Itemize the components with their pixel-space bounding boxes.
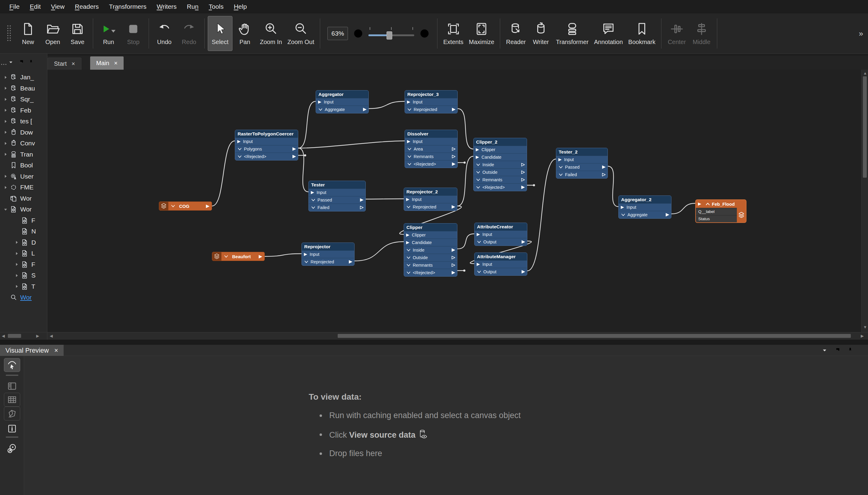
tree-collapsed-icon[interactable] — [15, 284, 19, 289]
output-port-rejected[interactable]: <Rejected> — [405, 160, 457, 168]
menu-writers[interactable]: Writers — [152, 0, 182, 13]
transformer-button[interactable]: Transformer — [553, 16, 591, 51]
sidebar-item-n[interactable]: N — [0, 226, 47, 237]
scroll-left-icon[interactable]: ◀ — [2, 334, 5, 338]
output-port-reprojected[interactable]: Reprojected — [405, 106, 457, 113]
close-icon[interactable]: × — [71, 60, 75, 67]
input-port-input[interactable]: Input — [302, 250, 354, 258]
annotation-button[interactable]: Annotation — [591, 16, 625, 51]
node-rastertopolygoncoercer[interactable]: RasterToPolygonCoercerInputPolygons<Reje… — [235, 130, 298, 160]
port-chevron-icon[interactable] — [407, 272, 410, 274]
input-port-input[interactable]: Input — [404, 195, 457, 203]
zoom-in-button[interactable]: Zoom In — [257, 16, 285, 51]
feature-reader-beaufort[interactable]: Beaufort — [212, 252, 265, 261]
run-button[interactable]: Run — [96, 16, 121, 51]
sidebar-item-tes[interactable]: tes [ — [0, 116, 47, 127]
close-icon[interactable] — [37, 59, 43, 65]
tree-collapsed-icon[interactable] — [3, 119, 8, 124]
node-tester[interactable]: TesterInputPassedFailed — [308, 181, 366, 211]
port-chevron-icon[interactable] — [407, 206, 410, 208]
input-port-candidate[interactable]: Candidate — [474, 153, 527, 161]
menu-run[interactable]: Run — [182, 0, 204, 13]
tab-main[interactable]: Main × — [90, 56, 124, 70]
close-icon[interactable] — [859, 347, 866, 354]
output-port-output[interactable]: Output — [475, 238, 527, 245]
output-port-inside[interactable]: Inside — [404, 246, 457, 254]
scroll-right-icon[interactable]: ▶ — [861, 334, 864, 338]
output-port-polygons[interactable]: Polygons — [235, 145, 298, 153]
zoom-out-button[interactable]: Zoom Out — [285, 16, 317, 51]
output-port-inside[interactable]: Inside — [474, 161, 527, 168]
port-chevron-icon[interactable] — [312, 199, 315, 202]
feature-info-button[interactable] — [4, 422, 20, 436]
menu-help[interactable]: Help — [229, 0, 252, 13]
sidebar-item-wor[interactable]: Wor — [0, 292, 47, 303]
output-port-outside[interactable]: Outside — [474, 168, 527, 176]
node-reprojector[interactable]: ReprojectorInputReprojected — [301, 242, 355, 266]
port-chevron-icon[interactable] — [304, 261, 308, 263]
canvas-horizontal-scrollbar[interactable]: ◀ ▶ — [47, 332, 868, 340]
output-port-aggregate[interactable]: Aggregate — [316, 106, 368, 113]
input-port-input[interactable]: Input — [475, 231, 527, 238]
float-window-icon[interactable] — [834, 347, 840, 354]
feature-reader-cog[interactable]: COG — [159, 202, 212, 210]
port-chevron-icon[interactable] — [171, 205, 175, 207]
panel-splitter[interactable] — [0, 340, 868, 345]
sidebar-item-feb[interactable]: Feb — [0, 105, 47, 116]
scroll-thumb[interactable] — [8, 334, 21, 338]
tree-collapsed-icon[interactable] — [3, 86, 8, 90]
tree-collapsed-icon[interactable] — [15, 262, 19, 267]
sidebar-item-beau[interactable]: Beau — [0, 83, 47, 94]
sidebar-item-l[interactable]: L — [0, 248, 47, 259]
port-chevron-icon[interactable] — [238, 155, 242, 158]
feature-writer-feb_flood[interactable]: Feb_FloodQ__labelStatus — [695, 199, 746, 223]
port-chevron-icon[interactable] — [224, 255, 228, 258]
select-button[interactable]: Select — [208, 16, 232, 51]
node-reprojector_3[interactable]: Reprojector_3InputReprojected — [405, 90, 458, 114]
tree-collapsed-icon[interactable] — [3, 174, 8, 178]
menu-transformers[interactable]: Transformers — [104, 0, 152, 13]
sidebar-item-f[interactable]: F — [0, 259, 47, 270]
input-port-clipper[interactable]: Clipper — [474, 146, 527, 153]
output-port-rejected[interactable]: <Rejected> — [235, 153, 298, 160]
geometry-view-button[interactable] — [4, 407, 20, 421]
node-attributecreator[interactable]: AttributeCreatorInputOutput — [474, 223, 527, 246]
port-chevron-icon[interactable] — [407, 256, 410, 259]
chevron-down-icon[interactable] — [8, 59, 14, 65]
save-button[interactable]: Save — [65, 16, 90, 51]
new-button[interactable]: New — [16, 16, 40, 51]
tree-collapsed-icon[interactable] — [3, 75, 8, 80]
output-port-passed[interactable]: Passed — [309, 196, 366, 204]
sidebar-item-s[interactable]: S — [0, 270, 47, 281]
output-port-remnants[interactable]: Remnants — [474, 176, 527, 183]
tree-collapsed-icon[interactable] — [15, 251, 19, 256]
port-chevron-icon[interactable] — [476, 178, 480, 181]
save-data-button[interactable] — [4, 441, 20, 455]
bookmark-button[interactable]: Bookmark — [625, 16, 658, 51]
node-aggregator[interactable]: AggregatorInputAggregate — [316, 90, 369, 114]
port-chevron-icon[interactable] — [238, 148, 242, 151]
port-chevron-icon[interactable] — [477, 241, 481, 243]
output-port-rejected[interactable]: <Rejected> — [404, 269, 457, 276]
close-icon[interactable]: × — [54, 346, 58, 355]
zoom-level-input[interactable]: 63% — [327, 27, 348, 40]
tree-collapsed-icon[interactable] — [15, 240, 19, 245]
input-port-input[interactable]: Input — [556, 156, 607, 163]
sidebar-horizontal-scrollbar[interactable]: ◀ ▶ — [0, 332, 47, 340]
port-chevron-icon[interactable] — [476, 186, 480, 189]
node-reprojector_2[interactable]: Reprojector_2InputReprojected — [404, 188, 457, 211]
tree-collapsed-icon[interactable] — [3, 141, 8, 146]
sidebar-item-fme[interactable]: FME — [0, 182, 47, 193]
port-chevron-icon[interactable] — [559, 173, 563, 176]
sidebar-item-label[interactable]: Wor — [20, 294, 32, 301]
port-chevron-icon[interactable] — [408, 148, 411, 151]
zoom-increase-button[interactable] — [419, 28, 430, 39]
output-port-aggregate[interactable]: Aggregate — [619, 211, 671, 218]
port-chevron-icon[interactable] — [408, 163, 411, 166]
input-port-input[interactable]: Input — [235, 138, 298, 145]
select-data-button[interactable] — [4, 358, 20, 372]
menu-edit[interactable]: Edit — [25, 0, 46, 13]
scroll-down-icon[interactable]: ▼ — [863, 325, 867, 329]
port-chevron-icon[interactable] — [476, 164, 480, 166]
tab-start[interactable]: Start × — [48, 57, 82, 70]
